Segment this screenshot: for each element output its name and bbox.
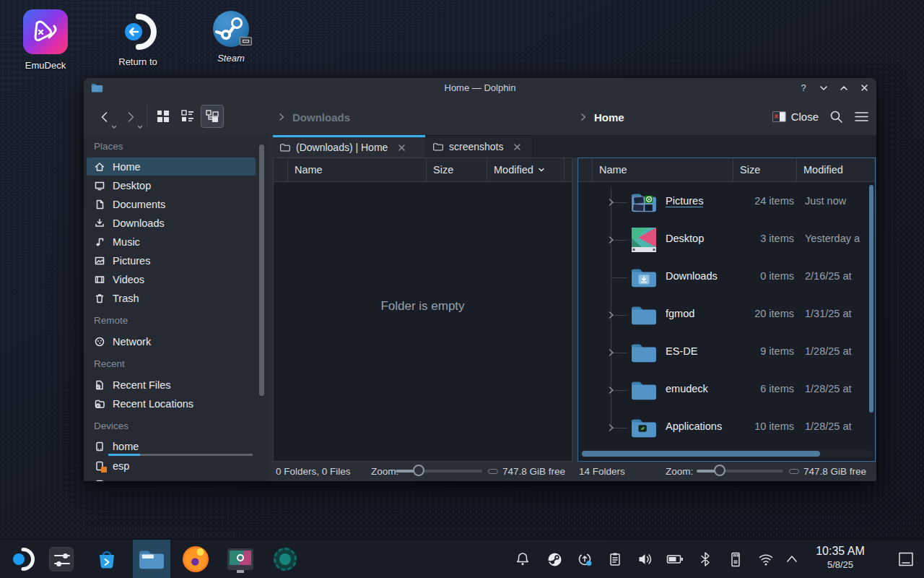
expand-chevron-icon[interactable]	[607, 348, 615, 357]
tray-expander-button[interactable]	[785, 554, 798, 563]
menu-button[interactable]	[854, 111, 869, 123]
close-window-button[interactable]	[858, 82, 871, 95]
expand-chevron-icon[interactable]	[607, 236, 615, 244]
section-remote[interactable]: Remote	[94, 315, 128, 326]
battery-tray-button[interactable]	[666, 551, 684, 567]
sidebar-item-music[interactable]: Music	[87, 233, 256, 251]
volume-tray-button[interactable]	[637, 551, 654, 567]
settings-task-button[interactable]	[45, 540, 77, 578]
tab-close-icon[interactable]	[398, 144, 406, 152]
desktop-icon-steam[interactable]: Steam	[191, 11, 271, 64]
file-row-fgmod[interactable]: fgmod 20 items 1/31/25 at	[579, 296, 866, 334]
section-recent[interactable]: Recent	[94, 358, 125, 369]
tab-screenshots[interactable]: screenshots	[426, 135, 532, 158]
sidebar-item-home[interactable]: Home	[87, 158, 256, 176]
zoom-slider[interactable]	[697, 470, 783, 473]
sidebar-item-device-home[interactable]: home	[87, 437, 256, 455]
zoom-slider[interactable]	[396, 470, 482, 473]
clock-widget[interactable]: 10:35 AM 5/8/25	[807, 543, 873, 571]
file-row-downloads[interactable]: Downloads 0 items 2/16/25 at	[579, 259, 866, 296]
file-row-pictures[interactable]: Pictures 24 items Just now	[579, 184, 866, 221]
hamburger-icon	[854, 111, 869, 123]
clipboard-tray-button[interactable]	[607, 551, 623, 567]
video-icon	[94, 274, 105, 285]
forward-history-caret-icon[interactable]	[137, 125, 143, 129]
dolphin-task-button[interactable]	[133, 540, 170, 578]
compact-view-button[interactable]	[176, 105, 199, 128]
sidebar-item-device-esp[interactable]: esp	[87, 457, 256, 475]
horizontal-scrollbar-thumb[interactable]	[582, 451, 820, 457]
sidebar-scrollbar[interactable]	[259, 144, 264, 396]
sidebar-item-recent-locations[interactable]: Recent Locations	[87, 394, 256, 413]
sidebar-item-recent-files[interactable]: Recent Files	[87, 376, 256, 394]
column-header-name[interactable]: Name	[288, 158, 427, 182]
horizontal-scrollbar[interactable]	[580, 450, 873, 457]
vertical-scrollbar[interactable]	[869, 185, 873, 413]
expander-column-header[interactable]	[578, 158, 593, 182]
back-button[interactable]	[94, 106, 116, 128]
sidebar-item-network[interactable]: Network	[87, 332, 256, 350]
firefox-task-button[interactable]	[180, 540, 212, 578]
home-icon	[94, 161, 105, 173]
expand-chevron-icon[interactable]	[607, 311, 615, 319]
file-row-applications[interactable]: Applications 10 items 1/28/25 at	[579, 409, 866, 447]
spectacle-task-button[interactable]	[225, 540, 256, 578]
expand-chevron-icon[interactable]	[607, 386, 615, 394]
desktop-icon-return-to-gaming[interactable]: Return to	[98, 13, 178, 67]
pictures-folder-icon	[629, 191, 658, 214]
forward-button[interactable]	[120, 106, 141, 128]
tab-downloads-home[interactable]: (Downloads) | Home	[273, 135, 425, 158]
file-row-emudeck[interactable]: emudeck 6 items 1/28/25 at	[579, 371, 866, 409]
icons-view-button[interactable]	[152, 105, 175, 128]
breadcrumb-home[interactable]: Home	[579, 109, 624, 125]
column-header-modified[interactable]: Modified	[797, 158, 875, 182]
sidebar-item-trash[interactable]: Trash	[87, 289, 256, 307]
tab-close-icon[interactable]	[513, 143, 521, 151]
help-button[interactable]: ?	[797, 82, 810, 95]
steam-icon	[546, 551, 563, 568]
chevron-right-icon	[579, 113, 588, 121]
drive-icon	[94, 479, 105, 482]
sidebar-item-videos[interactable]: Videos	[87, 270, 256, 288]
expander-column-header[interactable]	[274, 158, 288, 182]
close-split-view-button[interactable]: Close	[772, 111, 819, 123]
downloads-folder-icon	[629, 266, 658, 289]
search-button[interactable]	[829, 109, 844, 124]
file-row-desktop[interactable]: Desktop 3 items Yesterday a	[579, 221, 866, 259]
notifications-tray-button[interactable]	[515, 551, 531, 567]
section-devices[interactable]: Devices	[94, 420, 128, 431]
titlebar[interactable]: Home — Dolphin ?	[84, 78, 876, 98]
removable-device-tray-button[interactable]	[728, 551, 744, 568]
breadcrumb-downloads[interactable]: Downloads	[277, 109, 350, 125]
steam-tray-button[interactable]	[546, 551, 563, 568]
expand-chevron-icon[interactable]	[607, 198, 615, 207]
section-places[interactable]: Places	[94, 141, 123, 152]
details-view-button[interactable]	[201, 105, 224, 128]
column-header-size[interactable]: Size	[427, 158, 487, 182]
recording-task-button[interactable]	[269, 540, 301, 578]
maximize-button[interactable]	[837, 82, 850, 95]
show-desktop-button[interactable]	[897, 551, 915, 567]
wifi-tray-button[interactable]	[757, 551, 775, 567]
minimize-button[interactable]	[817, 82, 830, 95]
sidebar-item-pictures[interactable]: Pictures	[87, 251, 256, 269]
column-header-size[interactable]: Size	[733, 158, 797, 182]
app-launcher-button[interactable]	[7, 540, 39, 578]
right-statusbar: 14 Folders Zoom: 747.8 GiB free	[578, 462, 876, 481]
spectacle-icon	[227, 548, 253, 570]
column-header-name[interactable]: Name	[593, 158, 733, 182]
expand-chevron-icon[interactable]	[607, 423, 615, 432]
bluetooth-icon	[699, 551, 712, 567]
column-header-modified[interactable]: Modified	[487, 158, 565, 182]
desktop-icon-emudeck[interactable]: EmuDeck	[6, 9, 85, 71]
file-row-es-de[interactable]: ES-DE 9 items 1/28/25 at	[579, 334, 866, 371]
sidebar-item-desktop[interactable]: Desktop	[87, 176, 256, 194]
discover-task-button[interactable]	[91, 540, 123, 578]
back-history-caret-icon[interactable]	[111, 125, 117, 129]
sidebar-item-documents[interactable]: Documents	[87, 195, 256, 213]
sidebar-item-downloads[interactable]: Downloads	[87, 214, 256, 232]
search-icon	[829, 109, 844, 124]
bluetooth-tray-button[interactable]	[699, 551, 712, 567]
updates-tray-button[interactable]	[577, 551, 593, 568]
sidebar-item-device-partial[interactable]	[87, 475, 256, 481]
